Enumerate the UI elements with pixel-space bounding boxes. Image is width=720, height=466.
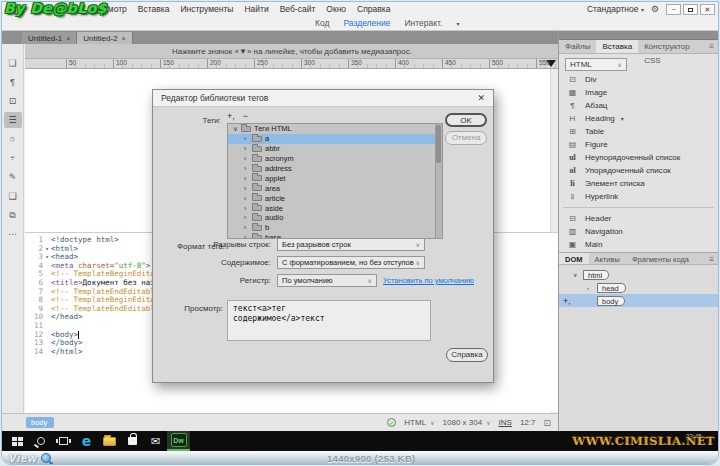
- tag-selector-body[interactable]: body: [26, 417, 54, 428]
- split-icon[interactable]: ÷: [4, 150, 22, 166]
- comment-icon[interactable]: ❑: [4, 188, 22, 204]
- live-code-icon[interactable]: ⊡: [4, 93, 22, 109]
- set-default-link[interactable]: Установить по умолчанию: [383, 276, 474, 285]
- workspace-switcher[interactable]: Стандартное ▾: [587, 4, 644, 14]
- ruler[interactable]: 50100150200250300350400450500550: [25, 59, 559, 69]
- window-size-dropdown[interactable]: 1080 x 304∨: [443, 418, 491, 427]
- viewer-label: View: [9, 452, 38, 464]
- tab-insert[interactable]: Вставка: [596, 40, 638, 53]
- copy-icon[interactable]: ⧉: [4, 207, 22, 223]
- menu-help[interactable]: Справка: [357, 4, 390, 14]
- case-select[interactable]: По умолчанию∨: [277, 274, 377, 287]
- insert-item-main[interactable]: ▣Main: [559, 238, 718, 251]
- menu-window[interactable]: Окно: [326, 4, 346, 14]
- start-button[interactable]: [6, 431, 29, 451]
- tree-item-b[interactable]: ›b: [228, 223, 442, 233]
- insert-item-navigation[interactable]: ▥Navigation: [559, 225, 718, 238]
- tab-untitled-1[interactable]: Untitled-1 ×: [22, 32, 77, 44]
- add-tag-button[interactable]: +,: [227, 111, 235, 121]
- dom-node-head[interactable]: ›head: [559, 281, 718, 294]
- tree-item-aside[interactable]: ›aside: [228, 203, 442, 213]
- code-view-button[interactable]: Код: [315, 18, 329, 28]
- restore-button[interactable]: [683, 4, 698, 15]
- dialog-close-icon[interactable]: ✕: [477, 93, 485, 103]
- remove-tag-button[interactable]: −: [243, 111, 248, 121]
- line-breaks-select[interactable]: Без разрывов строк∨: [277, 238, 425, 251]
- edge-button[interactable]: e: [75, 431, 98, 451]
- menu-tools[interactable]: Инструменты: [180, 4, 233, 14]
- dreamweaver-taskbar-button[interactable]: Dw: [167, 431, 190, 451]
- preview-box: текст<a>тег содержимое</a>текст: [227, 300, 431, 341]
- minimize-button[interactable]: −: [666, 4, 681, 15]
- insert-item-image[interactable]: ▦Image: [559, 86, 718, 99]
- insert-item-header[interactable]: ⊟Header: [559, 212, 718, 225]
- file-explorer-button[interactable]: [98, 431, 121, 451]
- panel-menu-icon[interactable]: ≡: [709, 40, 718, 53]
- edit-icon[interactable]: ✎: [4, 169, 22, 185]
- help-button[interactable]: Справка: [446, 348, 488, 362]
- page-icon[interactable]: ❏: [4, 55, 22, 71]
- dom-node-body[interactable]: +,body: [559, 294, 718, 307]
- menu-site[interactable]: Веб-сайт: [280, 4, 316, 14]
- insert-item-figure[interactable]: ▤Figure: [559, 138, 718, 151]
- menu-find[interactable]: Найти: [244, 4, 268, 14]
- insert-item-неупорядоченный-список[interactable]: ulНеупорядоченный список: [559, 151, 718, 164]
- tab-assets[interactable]: Активы: [589, 253, 626, 264]
- split-view-button[interactable]: Разделение: [343, 18, 390, 28]
- dom-node-html[interactable]: ∨html: [559, 268, 718, 281]
- insert-item-div[interactable]: ⊡Div: [559, 73, 718, 86]
- insert-item-элемент-списка[interactable]: liЭлемент списка: [559, 177, 718, 190]
- tree-item-abbr[interactable]: ›abbr: [228, 144, 442, 154]
- tree-item-applet[interactable]: ›applet: [228, 173, 442, 183]
- menu-insert[interactable]: Вставка: [138, 4, 170, 14]
- contents-select[interactable]: С форматированием, но без отступов∨: [277, 256, 425, 269]
- store-button[interactable]: [121, 431, 144, 451]
- tab-css-designer[interactable]: Конструктор CSS: [638, 40, 709, 53]
- scrollbar-thumb[interactable]: [436, 125, 441, 163]
- cancel-button[interactable]: Отмена: [445, 131, 487, 145]
- live-view-button[interactable]: Интеракт.: [404, 18, 442, 28]
- tab-close-icon[interactable]: ×: [66, 35, 70, 42]
- more-icon[interactable]: ⋯: [4, 226, 22, 242]
- insert-item-hyperlink[interactable]: ∞Hyperlink: [559, 190, 718, 203]
- tag-tree[interactable]: ∨ Теги HTML ›a›abbr›acronym›address›appl…: [227, 123, 443, 239]
- search-button[interactable]: [29, 431, 52, 451]
- tree-root-html-tags[interactable]: ∨ Теги HTML: [228, 124, 442, 134]
- ruler-number: 250: [257, 59, 268, 66]
- tab-close-icon[interactable]: ×: [122, 35, 126, 42]
- tree-item-a[interactable]: ›a: [228, 134, 442, 144]
- preview-label: Просмотр:: [153, 304, 223, 313]
- task-view-button[interactable]: [52, 431, 75, 451]
- mail-button[interactable]: ✉: [144, 431, 167, 451]
- format-source-icon[interactable]: ☰: [4, 112, 22, 128]
- ok-button[interactable]: OK: [445, 113, 487, 127]
- panel-menu-icon[interactable]: ≡: [709, 253, 718, 264]
- add-element-icon[interactable]: +,: [563, 296, 571, 306]
- tab-dom[interactable]: DOM: [559, 253, 589, 264]
- insert-item-упорядоченный-список[interactable]: olУпорядоченный список: [559, 164, 718, 177]
- insert-item-heading[interactable]: HHeading▾: [559, 112, 718, 125]
- preview-icon[interactable]: ⊡: [543, 418, 551, 428]
- chevron-expanded-icon[interactable]: ∨: [233, 125, 238, 133]
- chevron-down-icon[interactable]: ▾: [621, 115, 624, 122]
- tab-files[interactable]: Файлы: [559, 40, 596, 53]
- close-button[interactable]: ✕: [700, 4, 715, 15]
- chevron-down-icon[interactable]: ▾: [456, 20, 459, 27]
- tree-item-address[interactable]: ›address: [228, 164, 442, 174]
- tree-scrollbar[interactable]: [435, 124, 442, 238]
- settings-icon[interactable]: ○: [4, 131, 22, 147]
- tab-untitled-2[interactable]: Untitled-2 ×: [77, 32, 132, 44]
- insert-category-dropdown[interactable]: HTML ∨: [565, 58, 627, 71]
- tab-snippets[interactable]: Фрагменты кода: [626, 253, 695, 264]
- gear-icon[interactable]: ⚙: [651, 4, 659, 14]
- tree-item-audio[interactable]: ›audio: [228, 213, 442, 223]
- tree-item-area[interactable]: ›area: [228, 183, 442, 193]
- insert-item-table[interactable]: ⊞Table: [559, 125, 718, 138]
- tree-item-acronym[interactable]: ›acronym: [228, 154, 442, 164]
- dialog-titlebar[interactable]: Редактор библиотеки тегов ✕: [153, 90, 493, 107]
- folder-icon: [252, 136, 262, 142]
- insert-item-абзац[interactable]: ¶Абзац: [559, 99, 718, 112]
- guides-icon[interactable]: ¶: [4, 74, 22, 90]
- doctype-dropdown[interactable]: HTML∨: [404, 418, 434, 427]
- tree-item-article[interactable]: ›article: [228, 193, 442, 203]
